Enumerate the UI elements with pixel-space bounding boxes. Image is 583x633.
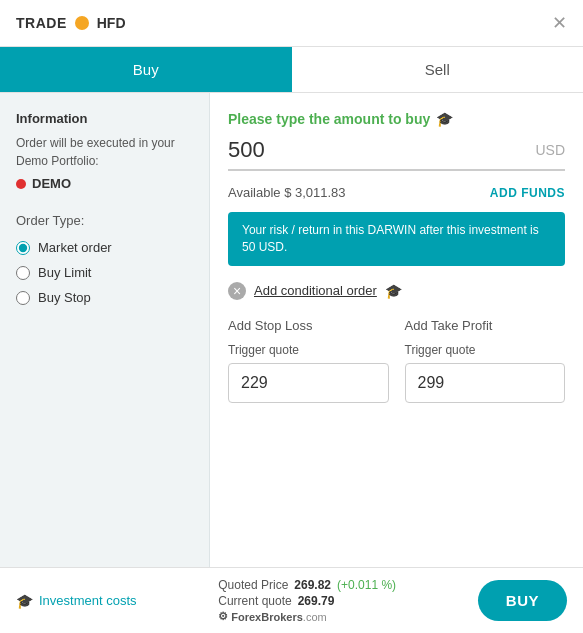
- quoted-price-label: Quoted Price: [218, 578, 288, 592]
- buy-button[interactable]: BUY: [478, 580, 567, 621]
- stop-profit-row: Add Stop Loss Trigger quote Add Take Pro…: [228, 318, 565, 403]
- sidebar: Information Order will be executed in yo…: [0, 93, 210, 573]
- take-profit-section: Add Take Profit Trigger quote: [405, 318, 566, 403]
- current-quote-row: Current quote 269.79: [218, 594, 334, 608]
- radio-market-order[interactable]: Market order: [16, 240, 193, 255]
- forexbrokers-label: ForexBrokers.com: [231, 611, 326, 623]
- amount-currency: USD: [535, 142, 565, 158]
- hfd-label: HFD: [97, 15, 126, 31]
- close-icon[interactable]: ✕: [552, 14, 567, 32]
- investment-costs-icon: 🎓: [16, 593, 33, 609]
- header: TRADE HFD ✕: [0, 0, 583, 47]
- prompt-text: Please type the amount to buy 🎓: [228, 111, 565, 127]
- conditional-order-row: Add conditional order 🎓: [228, 282, 565, 300]
- trade-label: TRADE: [16, 15, 67, 31]
- stop-loss-trigger-label: Trigger quote: [228, 343, 389, 357]
- help-icon: 🎓: [436, 111, 453, 127]
- amount-row: USD: [228, 137, 565, 171]
- take-profit-input[interactable]: [405, 363, 566, 403]
- forexbrokers-icon: ⚙: [218, 610, 228, 623]
- quoted-price-change: (+0.011 %): [337, 578, 396, 592]
- footer: 🎓 Investment costs Quoted Price 269.82 (…: [0, 567, 583, 633]
- info-title: Information: [16, 111, 193, 126]
- demo-label: DEMO: [32, 176, 71, 191]
- header-orange-dot: [75, 16, 89, 30]
- remove-conditional-icon[interactable]: [228, 282, 246, 300]
- add-funds-link[interactable]: ADD FUNDS: [490, 186, 565, 200]
- info-text: Order will be executed in your Demo Port…: [16, 134, 193, 170]
- current-quote-label: Current quote: [218, 594, 291, 608]
- take-profit-trigger-label: Trigger quote: [405, 343, 566, 357]
- amount-input[interactable]: [228, 137, 535, 163]
- demo-badge: DEMO: [16, 176, 193, 191]
- radio-buy-limit[interactable]: Buy Limit: [16, 265, 193, 280]
- available-row: Available $ 3,011.83 ADD FUNDS: [228, 185, 565, 200]
- risk-banner: Your risk / return in this DARWIN after …: [228, 212, 565, 266]
- buy-limit-label: Buy Limit: [38, 265, 91, 280]
- quoted-price-row: Quoted Price 269.82 (+0.011 %): [218, 578, 396, 592]
- order-type-label: Order Type:: [16, 213, 193, 228]
- investment-costs-label: Investment costs: [39, 593, 137, 608]
- main-content: Information Order will be executed in yo…: [0, 93, 583, 573]
- forexbrokers-logo: ⚙ ForexBrokers.com: [218, 610, 326, 623]
- tab-sell[interactable]: Sell: [292, 47, 584, 92]
- take-profit-title: Add Take Profit: [405, 318, 566, 333]
- content-area: Please type the amount to buy 🎓 USD Avai…: [210, 93, 583, 573]
- radio-buy-stop[interactable]: Buy Stop: [16, 290, 193, 305]
- quoted-price-value: 269.82: [294, 578, 331, 592]
- tabs: Buy Sell: [0, 47, 583, 93]
- stop-loss-section: Add Stop Loss Trigger quote: [228, 318, 389, 403]
- stop-loss-input[interactable]: [228, 363, 389, 403]
- current-quote-value: 269.79: [298, 594, 335, 608]
- conditional-order-link[interactable]: Add conditional order: [254, 283, 377, 298]
- buy-stop-label: Buy Stop: [38, 290, 91, 305]
- investment-costs-link[interactable]: 🎓 Investment costs: [16, 593, 137, 609]
- order-type-radio-group: Market order Buy Limit Buy Stop: [16, 240, 193, 305]
- header-left: TRADE HFD: [16, 15, 126, 31]
- demo-dot: [16, 179, 26, 189]
- footer-prices: Quoted Price 269.82 (+0.011 %) Current q…: [218, 578, 396, 623]
- conditional-help-icon: 🎓: [385, 283, 402, 299]
- market-order-label: Market order: [38, 240, 112, 255]
- stop-loss-title: Add Stop Loss: [228, 318, 389, 333]
- available-text: Available $ 3,011.83: [228, 185, 346, 200]
- tab-buy[interactable]: Buy: [0, 47, 292, 92]
